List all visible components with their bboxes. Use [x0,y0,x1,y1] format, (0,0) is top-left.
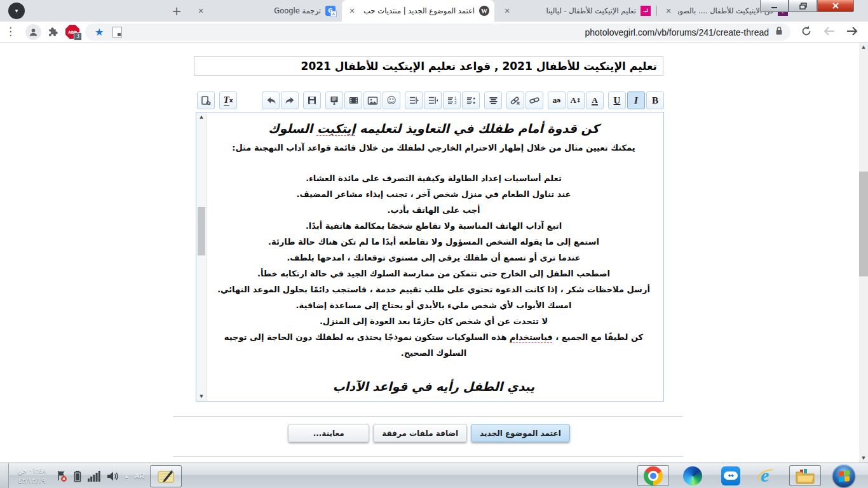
browser-menu-button[interactable]: ⋮ [5,25,15,37]
insert-video-button[interactable] [344,92,362,109]
reload-icon [799,24,813,38]
quote-button[interactable] [325,92,343,109]
unlink-button[interactable] [506,92,524,109]
close-icon[interactable]: ✕ [347,6,357,16]
bullet-list-icon [466,95,477,105]
submit-thread-button[interactable]: اعتمد الموضوع الجديد [471,424,570,442]
volume-speaker-icon[interactable] [107,471,119,482]
maximize-button[interactable] [789,0,817,12]
redo-button[interactable] [281,92,299,109]
insert-image-button[interactable] [363,92,381,109]
close-icon[interactable]: ✕ [502,6,512,16]
scroll-down-arrow[interactable]: ▼ [196,392,207,401]
tab-google-translate[interactable]: GA ترجمة Google ✕ [191,0,341,22]
editor-blank-line [210,361,657,376]
page-scrollbar-thumb[interactable] [859,172,868,276]
adblock-badge-count: 3 [74,32,82,41]
windows-logo-icon [839,470,850,482]
editor-text-line: اصطحب الطفل إلى الخارج حتى تتمكن من ممار… [210,266,657,281]
tab-layalina[interactable]: ليـ تعليم الإتيكيت للأطفال - ليالينا ✕ [497,0,656,22]
language-indicator[interactable]: AR [135,472,145,480]
outdent-button[interactable] [424,92,442,109]
scroll-up-arrow[interactable]: ▲ [196,112,207,121]
start-button[interactable] [832,464,855,487]
editor-content[interactable]: كن قدوة أمام طفلك في التعاويذ لتعليمه إي… [210,118,657,400]
attach-files-button[interactable]: اضافة ملفات مرفقة [373,424,467,442]
extensions-puzzle-icon[interactable] [47,25,59,40]
profile-avatar[interactable] [25,24,41,40]
hidden-icons-chevron[interactable]: ▴ [125,473,128,479]
smiley-icon: ☺ [386,95,397,106]
svg-text:1: 1 [454,96,457,100]
underline-button[interactable]: U [608,92,626,109]
font-family-button[interactable]: aa [548,92,566,109]
taskbar-teamviewer-button[interactable]: ↔ [715,465,747,486]
close-icon [832,2,839,10]
address-bar[interactable]: ★ photolovegirl.com/vb/forums/241/create… [85,24,790,41]
battery-icon[interactable] [74,470,81,482]
tab-title: اعتمد الموضوع الجديد | منتديات حب البنات [362,6,475,15]
minimize-button[interactable] [760,0,789,12]
divider [173,416,683,417]
misspelled-word: إيتكيت [317,121,355,135]
taskbar-pen-notes-app[interactable] [150,465,182,487]
quote-block-icon [329,95,339,105]
windows-taskbar: ٠١:٤٨ ص ٤٢/١٢/١٩ ▴ AR [0,463,868,488]
remove-format-button[interactable]: Tx [219,92,237,109]
extension-page-icon[interactable] [112,27,122,37]
indent-icon [409,95,419,105]
italic-button-active[interactable]: I [627,92,645,109]
taskbar-clock[interactable]: ٠١:٤٨ ص ٤٢/١٢/١٩ [11,466,53,486]
editor-text-line: استمع إلى ما يقوله الشخص المسؤول ولا تقا… [210,234,657,250]
save-draft-button[interactable] [303,92,321,109]
taskbar-edge-button[interactable] [677,465,709,486]
action-center-flag-icon[interactable] [56,470,67,482]
taskbar-ie-button[interactable]: e [751,465,783,486]
close-icon[interactable]: ✕ [196,6,206,16]
clock-date: ٤٢/١٢/١٩ [11,476,53,486]
tab-create-thread-active[interactable]: W اعتمد الموضوع الجديد | منتديات حب البن… [342,0,494,22]
taskbar-chrome-button[interactable] [637,465,669,486]
editor-text-line: امسك الأبواب لأي شخص مليء بالأيدي أو يحت… [210,297,657,313]
form-actions: اعتمد الموضوع الجديد اضافة ملفات مرفقة م… [175,424,683,442]
indent-button[interactable] [405,92,423,109]
page-scrollbar[interactable]: ▲ ▼ [859,43,868,463]
editor-text-line: أجب على الهاتف بأدب. [210,202,657,218]
message-editor[interactable]: ▲ ▼ كن قدوة أمام طفلك في التعاويذ لتعليم… [196,112,664,402]
font-size-button[interactable]: A↕ [567,92,585,109]
taskbar-explorer-button[interactable] [789,465,821,486]
editor-scrollbar[interactable]: ▲ ▼ [196,112,207,401]
svg-text:2: 2 [454,100,457,105]
show-desktop-button[interactable] [0,463,9,488]
align-button[interactable] [484,92,502,109]
scroll-down-arrow[interactable]: ▼ [859,454,868,463]
url-text[interactable]: photolovegirl.com/vb/forums/241/create-t… [585,27,769,37]
back-button[interactable] [845,25,859,39]
misspelled-word: فباستخدام [510,332,553,342]
text-color-button[interactable]: A [586,92,604,109]
close-icon[interactable]: ✕ [663,6,674,16]
w-circle-favicon: W [479,6,489,16]
toggle-source-button[interactable] [197,92,215,109]
link-button[interactable] [526,92,543,109]
close-button[interactable] [817,0,854,12]
editor-scrollbar-thumb[interactable] [198,207,205,255]
tab-title: ترجمة Google [210,6,321,15]
bullet-list-button[interactable] [462,92,480,109]
reload-button[interactable] [799,24,813,41]
new-tab-button[interactable]: + [169,3,184,18]
scroll-up-arrow[interactable]: ▲ [859,43,868,51]
undo-button[interactable] [262,92,280,109]
network-signal-icon[interactable] [88,471,100,482]
lock-icon[interactable] [775,26,783,38]
editor-blank-line [210,156,657,170]
tab-search-button[interactable]: ▾ [8,3,25,19]
editor-heading-line: كن قدوة أمام طفلك في التعاويذ لتعليمه إي… [210,118,657,140]
chrome-icon [644,466,663,485]
ordered-list-button[interactable]: 12 [443,92,461,109]
bold-button[interactable]: B [646,92,664,109]
preview-button[interactable]: معاينة... [288,424,369,442]
bookmark-star-icon[interactable]: ★ [95,26,104,38]
insert-smiley-button[interactable]: ☺ [383,92,400,109]
thread-title-input[interactable] [194,56,663,76]
